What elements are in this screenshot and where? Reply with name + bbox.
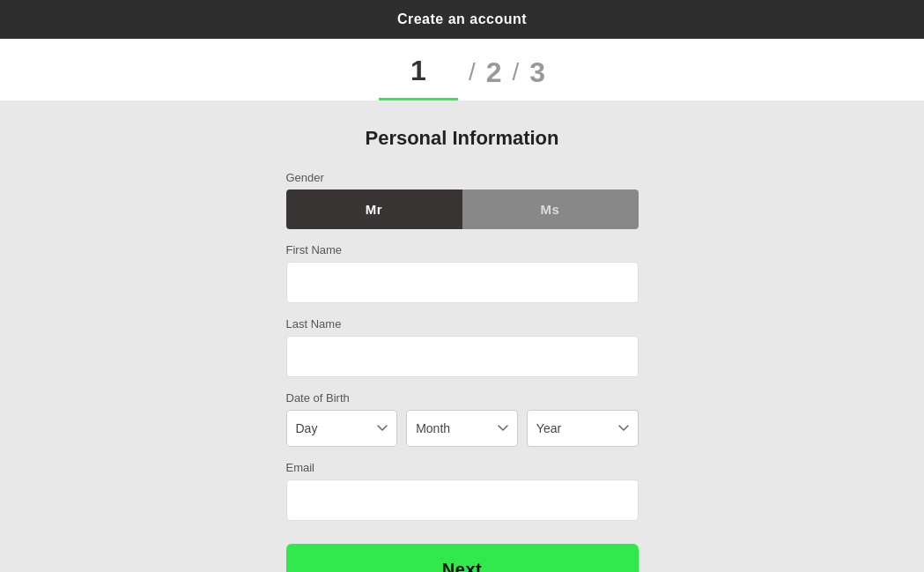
form-container: Personal Information Gender Mr Ms First … bbox=[286, 127, 639, 572]
header-bar: Create an account bbox=[0, 0, 924, 39]
gender-toggle: Mr Ms bbox=[286, 189, 639, 229]
dob-day-select[interactable]: Day 1234 5678 9101112 13141516 17181920 … bbox=[286, 410, 398, 447]
step-separator-2: / bbox=[513, 58, 520, 97]
step-1-number: 1 bbox=[410, 55, 426, 94]
step-1-wrapper: 1 bbox=[379, 55, 458, 100]
dob-month-select[interactable]: Month JanuaryFebruaryMarch AprilMayJune … bbox=[406, 410, 518, 447]
first-name-group: First Name bbox=[286, 243, 639, 303]
gender-label: Gender bbox=[286, 171, 639, 184]
dob-group: Date of Birth Day 1234 5678 9101112 1314… bbox=[286, 391, 639, 447]
dob-label: Date of Birth bbox=[286, 391, 639, 405]
last-name-input[interactable] bbox=[286, 336, 639, 377]
main-content: Personal Information Gender Mr Ms First … bbox=[0, 100, 924, 572]
last-name-label: Last Name bbox=[286, 317, 639, 331]
gender-mr-button[interactable]: Mr bbox=[286, 189, 462, 229]
gender-ms-button[interactable]: Ms bbox=[462, 189, 639, 229]
last-name-group: Last Name bbox=[286, 317, 639, 377]
first-name-input[interactable] bbox=[286, 262, 639, 303]
step-1-underline bbox=[379, 98, 458, 100]
next-button[interactable]: Next bbox=[286, 544, 639, 572]
step-2-number: 2 bbox=[486, 56, 502, 100]
dob-row: Day 1234 5678 9101112 13141516 17181920 … bbox=[286, 410, 639, 447]
step-indicator: 1 / 2 / 3 bbox=[0, 39, 924, 100]
step-3-number: 3 bbox=[529, 56, 545, 100]
email-label: Email bbox=[286, 461, 639, 474]
gender-group: Gender Mr Ms bbox=[286, 171, 639, 229]
email-input[interactable] bbox=[286, 479, 639, 521]
step-separator-1: / bbox=[469, 58, 476, 97]
email-group: Email bbox=[286, 461, 639, 521]
first-name-label: First Name bbox=[286, 243, 639, 256]
dob-year-select[interactable]: Year 200620052004 200019951990 198519801… bbox=[527, 410, 639, 447]
header-title: Create an account bbox=[397, 11, 527, 27]
section-title: Personal Information bbox=[286, 127, 639, 150]
